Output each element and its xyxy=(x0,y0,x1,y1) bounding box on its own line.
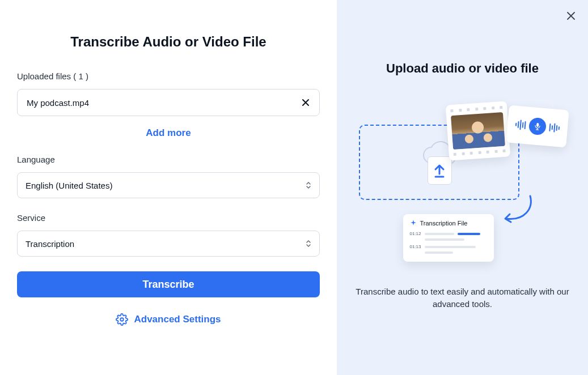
upload-arrow-icon xyxy=(433,163,446,178)
language-select[interactable]: English (United States) xyxy=(17,172,320,198)
service-select[interactable]: Transcription xyxy=(17,231,320,257)
transcribe-button[interactable]: Transcribe xyxy=(17,271,320,297)
add-more-button[interactable]: Add more xyxy=(17,127,320,139)
left-panel: Transcribe Audio or Video File Uploaded … xyxy=(0,0,337,375)
upload-illustration: Transcription File 01:12 01:13 xyxy=(358,99,568,269)
upload-card xyxy=(428,156,452,185)
video-thumbnail-card xyxy=(445,101,510,160)
right-title: Upload audio or video file xyxy=(386,61,539,76)
close-button[interactable] xyxy=(566,11,576,23)
transcribe-button-label: Transcribe xyxy=(142,279,194,290)
video-thumb xyxy=(451,112,505,150)
right-description: Transcribe audio to text easily and auto… xyxy=(355,285,570,310)
remove-file-button[interactable] xyxy=(301,98,310,107)
text-bar xyxy=(425,233,454,235)
text-bar-highlight xyxy=(458,233,480,235)
film-strip xyxy=(453,150,505,156)
transcription-file-header: Transcription File xyxy=(410,220,487,227)
sparkle-icon xyxy=(410,220,417,227)
add-more-label: Add more xyxy=(146,127,191,138)
timestamp-2: 01:13 xyxy=(410,244,421,249)
timestamp-1: 01:12 xyxy=(410,231,421,236)
svg-point-0 xyxy=(121,318,124,321)
curved-arrow-icon xyxy=(502,195,535,229)
waveform-right xyxy=(549,123,560,133)
select-caret-icon xyxy=(306,181,311,189)
language-label: Language xyxy=(17,155,320,164)
page-title: Transcribe Audio or Video File xyxy=(17,34,320,50)
film-strip xyxy=(450,106,502,112)
right-panel: Upload audio or video file xyxy=(337,0,588,375)
service-label: Service xyxy=(17,213,320,223)
language-value: English (United States) xyxy=(26,181,112,190)
advanced-settings-button[interactable]: Advanced Settings xyxy=(17,313,320,326)
text-bar xyxy=(425,246,476,248)
transcription-file-label: Transcription File xyxy=(420,220,468,227)
advanced-settings-label: Advanced Settings xyxy=(134,314,221,325)
transcription-file-card: Transcription File 01:12 01:13 xyxy=(403,214,494,262)
select-caret-icon xyxy=(306,240,311,248)
uploaded-file-chip: My podcast.mp4 xyxy=(17,89,320,116)
text-bar xyxy=(425,252,453,254)
uploaded-file-name: My podcast.mp4 xyxy=(27,98,89,108)
gear-icon xyxy=(116,313,128,326)
audio-waveform-card xyxy=(506,105,569,148)
text-bar xyxy=(425,238,464,241)
svg-rect-2 xyxy=(536,123,539,127)
uploaded-files-label: Uploaded files ( 1 ) xyxy=(17,71,320,81)
service-value: Transcription xyxy=(26,239,74,249)
close-icon xyxy=(301,98,310,107)
microphone-icon xyxy=(528,117,547,136)
waveform-left xyxy=(515,120,526,131)
close-icon xyxy=(566,11,576,20)
